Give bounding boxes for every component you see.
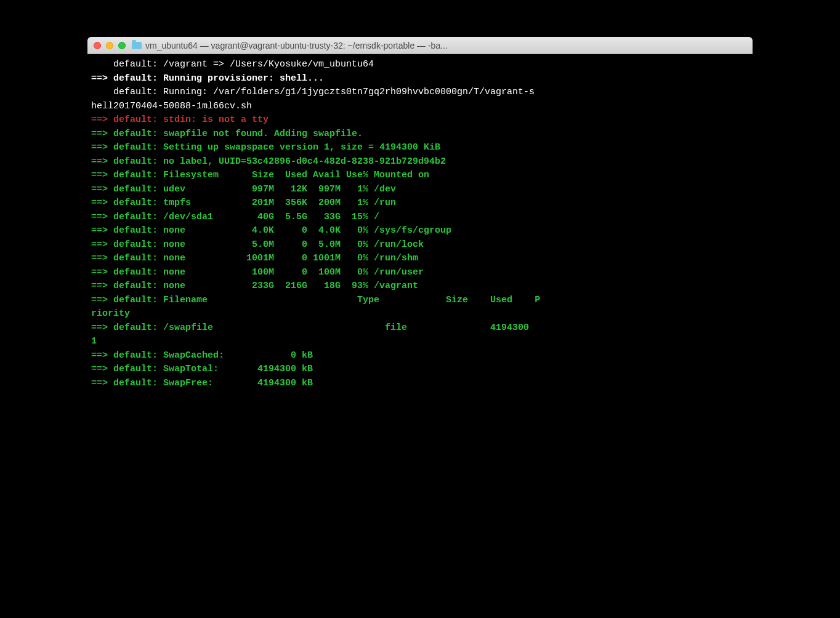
terminal-line: ==> default: Filename Type Size Used P [91,294,749,308]
terminal-text-segment: ==> default: Setting up swapspace versio… [91,142,440,153]
terminal-line: default: /vagrant => /Users/Kyosuke/vm_u… [91,58,749,72]
terminal-text-segment: ==> default: none 1001M 0 1001M 0% /run/… [91,253,418,263]
terminal-line: ==> default: udev 997M 12K 997M 1% /dev [91,183,749,197]
terminal-line: ==> default: none 1001M 0 1001M 0% /run/… [91,252,749,266]
terminal-text-segment: default: /vagrant => /Users/Kyosuke/vm_u… [91,59,374,70]
terminal-text-segment: hell20170404-50088-1ml66cv.sh [91,101,252,111]
terminal-line: ==> default: SwapFree: 4194300 kB [91,377,749,391]
terminal-text-segment: ==> default: none 4.0K 0 4.0K 0% /sys/fs… [91,225,451,236]
maximize-button[interactable] [118,42,126,49]
terminal-text-segment: ==> default: SwapTotal: 4194300 kB [91,364,313,374]
terminal-text-segment: ==> default: Filename Type Size Used P [91,295,540,305]
terminal-text-segment: ==> default: SwapCached: 0 kB [91,350,313,361]
terminal-line: ==> default: none 233G 216G 18G 93% /vag… [91,279,749,294]
terminal-line: ==> default: Setting up swapspace versio… [91,141,749,155]
terminal-line: ==> default: Running provisioner: shell.… [91,72,749,86]
terminal-line: ==> default: none 100M 0 100M 0% /run/us… [91,266,749,280]
terminal-line: ==> default: SwapTotal: 4194300 kB [91,363,749,377]
close-button[interactable] [94,42,101,49]
terminal-text-segment: ==> default: none 233G 216G 18G 93% /vag… [91,281,418,291]
terminal-line: ==> default: tmpfs 201M 356K 200M 1% /ru… [91,196,749,211]
terminal-line: hell20170404-50088-1ml66cv.sh [91,100,749,114]
terminal-text-segment: default: Running: /var/folders/g1/1jygcz… [91,87,535,97]
terminal-line: 1 [91,335,749,349]
terminal-line: ==> default: /swapfile file 4194300 [91,321,749,335]
terminal-line: ==> default: SwapCached: 0 kB [91,349,749,363]
terminal-line: ==> default: no label, UUID=53c42896-d0c… [91,155,749,169]
terminal-text-segment: ==> default: SwapFree: 4194300 kB [91,378,313,388]
terminal-text-segment: ==> default: tmpfs 201M 356K 200M 1% /ru… [91,198,396,208]
window-title: vm_ubuntu64 — vagrant@vagrant-ubuntu-tru… [145,41,448,50]
minimize-button[interactable] [106,42,113,49]
terminal-text-segment: 1 [91,336,97,347]
terminal-line: riority [91,307,749,321]
title-bar[interactable]: vm_ubuntu64 — vagrant@vagrant-ubuntu-tru… [87,37,753,54]
terminal-text-segment: ==> default: Filesystem Size Used Avail … [91,170,429,180]
terminal-text-segment: ==> default: udev 997M 12K 997M 1% /dev [91,184,396,195]
terminal-line: ==> default: /dev/sda1 40G 5.5G 33G 15% … [91,211,749,225]
terminal-text-segment: riority [91,308,130,319]
terminal-text-segment: ==> default: none 5.0M 0 5.0M 0% /run/lo… [91,239,424,250]
terminal-text-segment: ==> default: swapfile not found. Adding … [91,129,363,139]
terminal-text-segment: ==> default: /dev/sda1 40G 5.5G 33G 15% … [91,212,379,222]
terminal-text-segment: ==> default: stdin: is not a tty [91,114,269,125]
terminal-text-segment: ==> default: none 100M 0 100M 0% /run/us… [91,267,424,278]
window-controls [94,42,126,49]
terminal-line: ==> default: swapfile not found. Adding … [91,127,749,142]
terminal-output[interactable]: default: /vagrant => /Users/Kyosuke/vm_u… [87,54,753,396]
terminal-line: ==> default: Filesystem Size Used Avail … [91,169,749,183]
terminal-line: ==> default: none 5.0M 0 5.0M 0% /run/lo… [91,238,749,252]
terminal-line: default: Running: /var/folders/g1/1jygcz… [91,86,749,100]
terminal-line: ==> default: stdin: is not a tty [91,113,749,127]
folder-icon [132,42,142,49]
terminal-text-segment: ==> default: Running provisioner: shell.… [91,73,324,84]
terminal-window: vm_ubuntu64 — vagrant@vagrant-ubuntu-tru… [87,37,753,396]
terminal-text-segment: ==> default: /swapfile file 4194300 [91,323,535,333]
terminal-text-segment: ==> default: no label, UUID=53c42896-d0c… [91,156,446,167]
terminal-line: ==> default: none 4.0K 0 4.0K 0% /sys/fs… [91,224,749,238]
